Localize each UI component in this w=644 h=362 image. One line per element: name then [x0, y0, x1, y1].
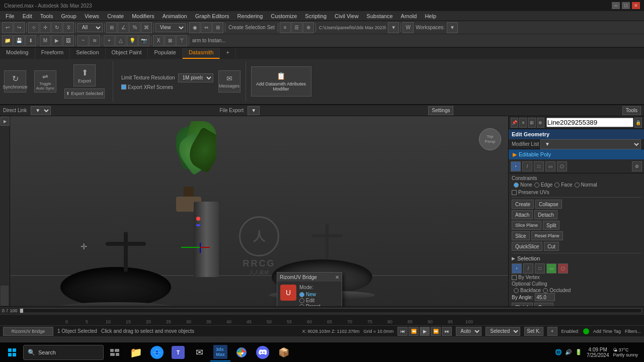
menu-file[interactable]: File [2, 12, 18, 20]
menu-tools[interactable]: Tools [37, 12, 57, 20]
mod-settings-btn[interactable]: ⚙ [632, 161, 642, 171]
go-end-btn[interactable]: ⏭ [442, 327, 452, 336]
object-name-input[interactable] [546, 118, 633, 127]
menu-help[interactable]: Help [421, 12, 440, 20]
rizom-mode-preset[interactable]: Preset [299, 304, 320, 306]
tb-array[interactable]: ⊞ [212, 22, 223, 33]
tb-layers[interactable]: ≡ [280, 22, 291, 33]
sink-left-object[interactable]: ✛ [60, 232, 186, 306]
rizom-mode-new[interactable]: New [299, 292, 320, 297]
tb-mirror2[interactable]: ⊠ [165, 35, 176, 46]
menu-views[interactable]: Views [81, 12, 103, 20]
grow-btn[interactable]: Grow [534, 303, 553, 306]
attach-btn[interactable]: Attach [512, 210, 533, 219]
menu-customize[interactable]: Customize [267, 12, 300, 20]
cup-object[interactable] [189, 202, 224, 287]
side-btn-1[interactable]: ▶ [1, 117, 10, 126]
rp-props-btn[interactable]: ⊕ [537, 118, 544, 128]
rizom-status-btn[interactable]: RizomUV Bridge [3, 327, 53, 336]
tb-dope-sheet[interactable]: ≋ [89, 35, 100, 46]
shrink-btn[interactable]: Shrink [512, 303, 533, 306]
tb-workspace-options[interactable]: ▼ [447, 22, 458, 33]
winrar-btn[interactable]: 📦 [274, 343, 294, 361]
tb-percent-snap[interactable]: % [129, 22, 140, 33]
tb-shapes[interactable]: △ [115, 35, 126, 46]
maximize-button[interactable]: □ [622, 2, 630, 9]
next-key-btn[interactable]: ⏩ [431, 327, 441, 336]
add-modifier-btn[interactable]: 📋 Add Datasmith Attributes Modifier [251, 66, 311, 97]
nav-cube[interactable]: Top Persp [479, 128, 504, 153]
tb-filter-dropdown[interactable]: All [77, 23, 103, 32]
sel-border-btn[interactable]: □ [535, 263, 545, 274]
add-time-tag-btn[interactable]: + [547, 327, 557, 336]
tab-plus[interactable]: + [220, 48, 235, 59]
task-view-btn[interactable] [105, 343, 125, 361]
tb-select[interactable]: ⊹ [28, 22, 39, 33]
rp-graph-btn[interactable]: ⊞ [528, 118, 535, 128]
slice-plane-btn[interactable]: Slice Plane [512, 221, 541, 230]
sel-edge-btn[interactable]: / [523, 263, 533, 274]
menu-modifiers[interactable]: Modifiers [128, 12, 158, 20]
play-btn[interactable]: ▶ [420, 327, 430, 336]
chrome-btn[interactable] [231, 343, 252, 361]
mod-edge-btn[interactable]: / [522, 161, 532, 171]
tb-save[interactable]: 💾 [14, 35, 25, 46]
timeline-thumb[interactable] [20, 309, 23, 313]
rp-list-btn[interactable]: ≡ [519, 118, 527, 128]
start-button[interactable] [2, 343, 22, 361]
tb-curve-editor[interactable]: ~ [77, 35, 89, 46]
tb-redo[interactable]: ↪ [14, 22, 25, 33]
playback-mode-dropdown[interactable]: Auto [456, 327, 481, 336]
sel-element-btn[interactable]: ⬡ [558, 263, 568, 274]
modifier-list-dropdown[interactable]: ▼ [540, 139, 641, 149]
by-vertex-checkbox[interactable] [512, 275, 517, 280]
battery-icon[interactable]: 🔋 [575, 348, 583, 356]
constraint-edge[interactable]: Edge [534, 182, 552, 188]
resolution-dropdown[interactable]: 1M pixels [178, 73, 213, 82]
direct-link-dropdown[interactable]: ▼ [31, 106, 51, 115]
tb-snap[interactable]: ⊞ [106, 22, 117, 33]
selection-section-header[interactable]: ▶ Selection [512, 255, 641, 261]
constraint-none[interactable]: None [514, 182, 532, 188]
menu-scripting[interactable]: Scripting [301, 12, 330, 20]
explorer-btn[interactable]: 📁 [126, 343, 146, 361]
clock[interactable]: 4:09 PM 7/25/2024 [585, 347, 611, 358]
tb-xview[interactable]: X [153, 35, 164, 46]
viewport[interactable]: + [Perspective] [Standard] [Default Shad… [10, 116, 508, 306]
tb-scale[interactable]: ⧖ [63, 22, 74, 33]
mod-border-btn[interactable]: □ [534, 161, 544, 171]
rizom-dialog-title[interactable]: RizomUV Bridge ✕ [277, 273, 342, 282]
split-btn[interactable]: Split [543, 221, 559, 230]
mod-vertex-btn[interactable]: • [511, 161, 521, 171]
tools-btn[interactable]: Tools [622, 106, 641, 115]
quickslice-btn[interactable]: QuickSlice [512, 242, 542, 251]
tb-lights[interactable]: 💡 [127, 35, 138, 46]
slice-btn[interactable]: Slice [512, 231, 530, 240]
mod-poly-btn[interactable]: ▭ [545, 161, 555, 171]
tb-cameras[interactable]: 📷 [138, 35, 149, 46]
menu-substance[interactable]: Substance [363, 12, 396, 20]
constraint-normal[interactable]: Normal [575, 182, 597, 188]
tb-rotate[interactable]: ↻ [51, 22, 62, 33]
editable-poly-item[interactable]: ▶ Editable Poly [509, 149, 644, 159]
rizom-mode-edit[interactable]: Edit [299, 298, 320, 303]
browser-btn[interactable] [147, 343, 167, 361]
set-k-btn[interactable]: Set K. [524, 327, 543, 336]
tb-view-dropdown[interactable]: View [155, 23, 186, 32]
ribbon-btn-synchronize[interactable]: ↻ Synchronize [4, 70, 26, 93]
tb-render-frame[interactable]: 🖼 [63, 35, 74, 46]
rp-lock-btn[interactable]: 🔒 [634, 118, 642, 128]
tb-select-object[interactable]: ◉ [189, 22, 200, 33]
menu-graph-editors[interactable]: Graph Editors [192, 12, 233, 20]
tab-object-paint[interactable]: Object Paint [106, 48, 148, 59]
go-start-btn[interactable]: ⏮ [397, 327, 408, 336]
rizom-close-btn[interactable]: ✕ [335, 275, 339, 280]
tab-populate[interactable]: Populate [148, 48, 182, 59]
tb-material-editor[interactable]: M [40, 35, 51, 46]
tb-browse[interactable]: ▼ [388, 22, 399, 33]
tb-object-properties[interactable]: ☰ [291, 22, 302, 33]
timeline-track[interactable] [20, 308, 642, 313]
menu-arnold[interactable]: Arnold [397, 12, 421, 20]
tb-render[interactable]: ▶ [51, 35, 62, 46]
tb-import[interactable]: ⬇ [25, 35, 36, 46]
